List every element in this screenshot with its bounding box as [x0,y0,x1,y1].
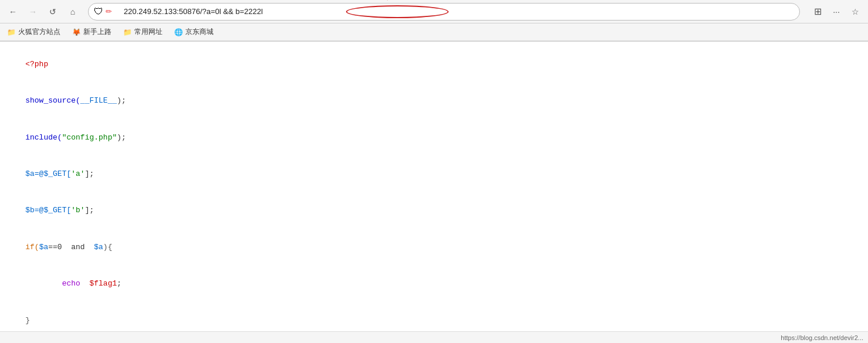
page-content: <?php show_source(__FILE__); include("co… [0,42,868,343]
code-line-1: <?php [7,46,861,83]
browser-chrome: ← → ↺ ⌂ 🛡 ✏ ⊞ ··· [0,0,868,42]
bookmark-folder-icon-2: 📁 [123,28,132,36]
show-source-func: show_source( [25,96,80,105]
status-url: https://blog.csdn.net/devir2... [781,334,863,341]
back-button[interactable]: ← [5,4,21,20]
file-const: __FILE__ [80,96,117,105]
bookmark-firefox-icon-1: 🦊 [72,28,81,36]
bookmark-item-0[interactable]: 📁 火狐官方站点 [5,26,63,38]
code-line-2: show_source(__FILE__); [7,83,861,119]
code-line-5: $b=@$_GET['b']; [7,193,861,229]
nav-right-icons: ⊞ ··· ☆ [809,4,863,20]
var-a: $a=@$_GET[ [25,169,71,178]
forward-button[interactable]: → [25,4,41,20]
config-str: "config.php" [62,133,117,142]
address-input[interactable] [88,3,800,21]
home-button[interactable]: ⌂ [65,4,81,20]
var-b: $b=@$_GET[ [25,206,71,215]
code-line-4: $a=@$_GET['a']; [7,156,861,192]
code-line-7: echo $flag1; [7,266,861,302]
bookmark-item-2[interactable]: 📁 常用网址 [121,26,165,38]
menu-button[interactable]: ··· [828,4,845,20]
bookmark-globe-icon-3: 🌐 [174,28,183,36]
status-bar: https://blog.csdn.net/devir2... [0,331,868,343]
bookmark-item-3[interactable]: 🌐 京东商城 [172,26,216,38]
nav-bar: ← → ↺ ⌂ 🛡 ✏ ⊞ ··· [0,0,868,23]
bookmark-label-0: 火狐官方站点 [18,27,60,37]
include-func: include( [25,133,62,142]
bookmark-label-2: 常用网址 [134,27,162,37]
bookmark-button[interactable]: ☆ [847,4,863,20]
bookmarks-bar: 📁 火狐官方站点 🦊 新手上路 📁 常用网址 🌐 京东商城 [0,23,868,41]
bookmark-item-1[interactable]: 🦊 新手上路 [70,26,114,38]
code-line-3: include("config.php"); [7,120,861,156]
reload-button[interactable]: ↺ [45,4,61,20]
bookmark-label-3: 京东商城 [185,27,213,37]
bookmark-label-1: 新手上路 [83,27,111,37]
code-line-6: if($a==0 and $a){ [7,229,861,266]
php-open-tag: <?php [25,60,48,69]
qr-code-button[interactable]: ⊞ [809,4,826,20]
address-bar-container: 🛡 ✏ [88,3,800,21]
bookmark-folder-icon-0: 📁 [7,28,16,36]
